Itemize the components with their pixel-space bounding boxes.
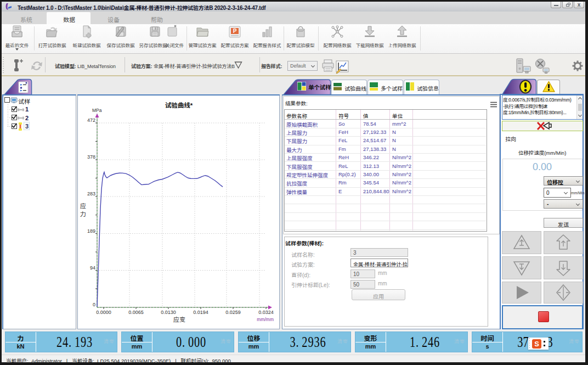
svg-text:应变: 应变 bbox=[173, 316, 185, 323]
svg-text:0.0130: 0.0130 bbox=[161, 310, 176, 315]
svg-text:力: 力 bbox=[80, 211, 86, 217]
svg-text:P: P bbox=[233, 28, 237, 34]
svg-text:94: 94 bbox=[90, 265, 95, 271]
svg-text:0: 0 bbox=[93, 302, 95, 307]
svg-text:378: 378 bbox=[87, 154, 95, 160]
svg-text:试验曲线*: 试验曲线* bbox=[165, 102, 193, 109]
svg-text:283: 283 bbox=[87, 191, 95, 196]
svg-text:0.0065: 0.0065 bbox=[128, 310, 144, 315]
svg-text:应: 应 bbox=[80, 203, 86, 209]
svg-text:189: 189 bbox=[87, 228, 95, 234]
svg-text:0.0000: 0.0000 bbox=[96, 310, 111, 315]
svg-text:0.0194: 0.0194 bbox=[193, 310, 208, 315]
svg-text:mm/mm: mm/mm bbox=[257, 317, 274, 322]
svg-text:472: 472 bbox=[87, 117, 95, 123]
svg-text:0.0324: 0.0324 bbox=[258, 310, 274, 315]
svg-text:MPa: MPa bbox=[92, 108, 102, 113]
svg-text:0.0259: 0.0259 bbox=[225, 310, 241, 315]
